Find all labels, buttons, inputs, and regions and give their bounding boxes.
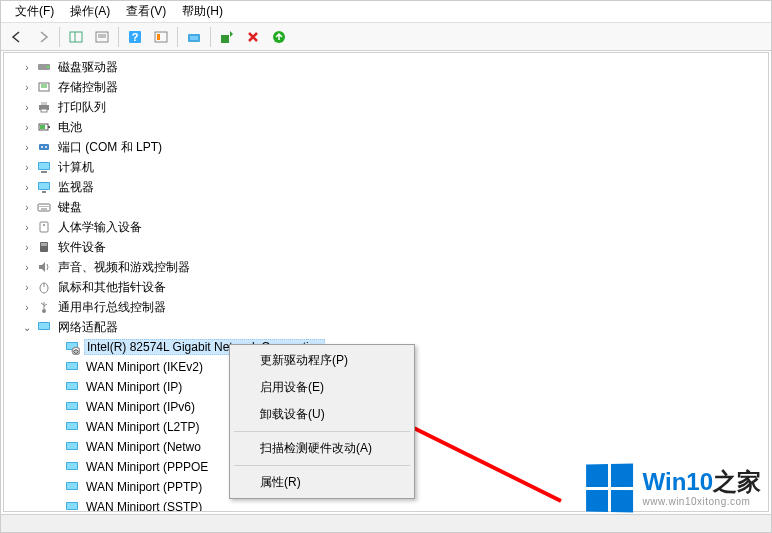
tree-node-monitor[interactable]: ›监视器: [4, 177, 768, 197]
svg-rect-0: [70, 32, 82, 42]
disable-button[interactable]: [241, 25, 265, 49]
toolbar: ?: [1, 23, 771, 51]
tree-node-label: WAN Miniport (PPPOE: [84, 460, 210, 474]
svg-rect-8: [157, 34, 160, 40]
chevron-right-icon[interactable]: ›: [20, 160, 34, 174]
svg-point-23: [41, 146, 43, 148]
context-separator: [234, 431, 410, 432]
tree-node-computer[interactable]: ›计算机: [4, 157, 768, 177]
svg-rect-50: [67, 383, 77, 389]
tree-node-hid[interactable]: ›人体学输入设备: [4, 217, 768, 237]
tree-node-software[interactable]: ›软件设备: [4, 237, 768, 257]
chevron-right-icon[interactable]: ›: [20, 300, 34, 314]
toolbar-separator: [177, 27, 178, 47]
scan-button[interactable]: [182, 25, 206, 49]
toolbar-separator: [59, 27, 60, 47]
statusbar: [1, 514, 771, 532]
tree-node-wan-sstp[interactable]: WAN Miniport (SSTP): [4, 497, 768, 512]
properties-button[interactable]: [90, 25, 114, 49]
audio-icon: [36, 259, 52, 275]
tree-node-ports[interactable]: ›端口 (COM 和 LPT): [4, 137, 768, 157]
svg-rect-62: [67, 503, 77, 509]
context-properties[interactable]: 属性(R): [232, 469, 412, 496]
tree-node-keyboard[interactable]: ›键盘: [4, 197, 768, 217]
svg-rect-54: [67, 423, 77, 429]
tree-node-label: 键盘: [56, 199, 84, 216]
network-icon: [36, 319, 52, 335]
mouse-icon: [36, 279, 52, 295]
svg-rect-17: [41, 102, 47, 105]
tree-node-label: 电池: [56, 119, 84, 136]
network-adapter-icon: [64, 499, 80, 512]
chevron-right-icon[interactable]: ›: [20, 100, 34, 114]
network-adapter-icon: [64, 439, 80, 455]
svg-rect-35: [41, 243, 47, 246]
menu-view[interactable]: 查看(V): [118, 1, 174, 22]
tree-node-label: WAN Miniport (Netwo: [84, 440, 203, 454]
svg-rect-32: [40, 222, 48, 232]
svg-rect-10: [190, 36, 198, 40]
context-separator: [234, 465, 410, 466]
computer-icon: [36, 159, 52, 175]
menu-file[interactable]: 文件(F): [7, 1, 62, 22]
tree-node-label: 人体学输入设备: [56, 219, 144, 236]
show-hide-button[interactable]: [64, 25, 88, 49]
chevron-right-icon[interactable]: ›: [20, 200, 34, 214]
tree-node-printer[interactable]: ›打印队列: [4, 97, 768, 117]
svg-rect-30: [42, 191, 46, 193]
tree-node-label: WAN Miniport (IKEv2): [84, 360, 205, 374]
chevron-right-icon[interactable]: ›: [20, 80, 34, 94]
network-adapter-icon: [64, 459, 80, 475]
tree-node-battery[interactable]: ›电池: [4, 117, 768, 137]
chevron-right-icon[interactable]: ›: [20, 220, 34, 234]
svg-rect-7: [155, 32, 167, 42]
menu-help[interactable]: 帮助(H): [174, 1, 231, 22]
context-scan-hardware[interactable]: 扫描检测硬件改动(A): [232, 435, 412, 462]
tree-node-audio[interactable]: ›声音、视频和游戏控制器: [4, 257, 768, 277]
chevron-right-icon[interactable]: ›: [20, 180, 34, 194]
update-driver-button[interactable]: [215, 25, 239, 49]
network-adapter-icon: [64, 359, 80, 375]
svg-rect-20: [48, 126, 50, 128]
tree-node-label: WAN Miniport (PPTP): [84, 480, 204, 494]
back-button[interactable]: [5, 25, 29, 49]
hid-icon: [36, 219, 52, 235]
help-button[interactable]: ?: [123, 25, 147, 49]
context-menu: 更新驱动程序(P) 启用设备(E) 卸载设备(U) 扫描检测硬件改动(A) 属性…: [229, 344, 415, 499]
tree-node-label: 存储控制器: [56, 79, 120, 96]
action-button[interactable]: [149, 25, 173, 49]
battery-icon: [36, 119, 52, 135]
tree-node-storage[interactable]: ›存储控制器: [4, 77, 768, 97]
svg-rect-26: [39, 163, 49, 169]
menu-action[interactable]: 操作(A): [62, 1, 118, 22]
chevron-right-icon[interactable]: ›: [20, 120, 34, 134]
tree-node-disk[interactable]: ›磁盘驱动器: [4, 57, 768, 77]
svg-rect-41: [39, 323, 49, 329]
forward-button[interactable]: [31, 25, 55, 49]
tree-node-label: 磁盘驱动器: [56, 59, 120, 76]
tree-node-label: 软件设备: [56, 239, 108, 256]
chevron-down-icon[interactable]: ⌄: [20, 320, 34, 334]
network-adapter-icon: [64, 479, 80, 495]
chevron-right-icon[interactable]: ›: [20, 280, 34, 294]
software-icon: [36, 239, 52, 255]
tree-node-network-adapters[interactable]: ⌄网络适配器: [4, 317, 768, 337]
tree-node-mouse[interactable]: ›鼠标和其他指针设备: [4, 277, 768, 297]
tree-node-label: 打印队列: [56, 99, 108, 116]
context-enable-device[interactable]: 启用设备(E): [232, 374, 412, 401]
tree-node-label: WAN Miniport (L2TP): [84, 420, 202, 434]
chevron-right-icon[interactable]: ›: [20, 240, 34, 254]
toolbar-separator: [210, 27, 211, 47]
context-uninstall-device[interactable]: 卸载设备(U): [232, 401, 412, 428]
tree-node-usb[interactable]: ›通用串行总线控制器: [4, 297, 768, 317]
tree-node-label: 网络适配器: [56, 319, 120, 336]
svg-text:?: ?: [132, 31, 139, 43]
printer-icon: [36, 99, 52, 115]
chevron-right-icon[interactable]: ›: [20, 260, 34, 274]
chevron-right-icon[interactable]: ›: [20, 140, 34, 154]
menubar: 文件(F) 操作(A) 查看(V) 帮助(H): [1, 1, 771, 23]
svg-rect-18: [41, 109, 47, 112]
chevron-right-icon[interactable]: ›: [20, 60, 34, 74]
context-update-driver[interactable]: 更新驱动程序(P): [232, 347, 412, 374]
uninstall-button[interactable]: [267, 25, 291, 49]
